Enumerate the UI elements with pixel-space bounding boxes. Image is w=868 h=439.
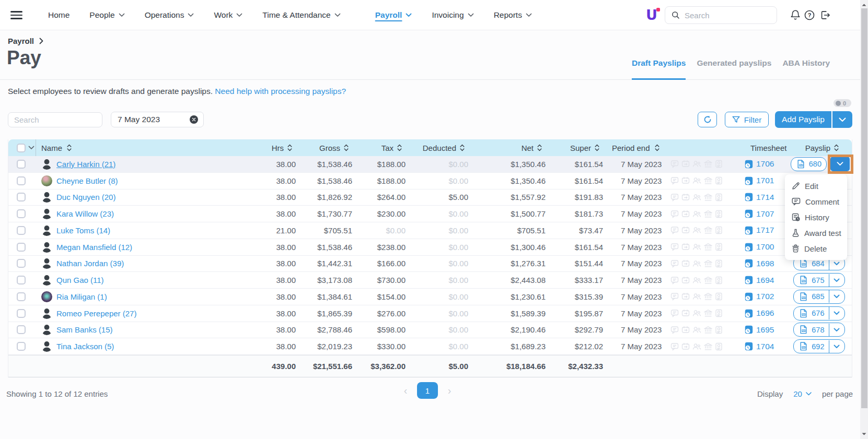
tab-generated-payslips[interactable]: Generated payslips — [697, 58, 771, 80]
shift-icon[interactable] — [681, 243, 690, 251]
shift-icon[interactable] — [681, 259, 690, 268]
menu-icon[interactable] — [10, 11, 22, 19]
comment-icon[interactable] — [670, 259, 679, 268]
employee-name-link[interactable]: Romeo Perepeper (27) — [56, 309, 136, 318]
comment-icon[interactable] — [670, 210, 679, 218]
row-checkbox[interactable] — [17, 176, 26, 185]
bank-icon[interactable] — [704, 292, 712, 301]
people-icon[interactable] — [692, 259, 701, 268]
people-icon[interactable] — [692, 243, 701, 251]
shift-icon[interactable] — [681, 176, 690, 185]
vertical-scrollbar[interactable] — [860, 0, 868, 439]
people-icon[interactable] — [692, 210, 701, 218]
timesheet-link[interactable]: 1717 — [756, 226, 774, 235]
people-icon[interactable] — [692, 160, 701, 168]
employee-name-link[interactable]: Duc Nguyen (20) — [56, 193, 115, 201]
column-header-deducted[interactable]: Deducted — [406, 144, 468, 152]
timesheet-link[interactable]: 1698 — [756, 259, 774, 268]
timesheet-link[interactable]: 1701 — [756, 176, 774, 185]
employee-name-link[interactable]: Qun Gao (11) — [56, 276, 104, 284]
invoice-icon[interactable] — [715, 292, 723, 301]
bank-icon[interactable] — [704, 259, 712, 268]
payslip-actions-toggle[interactable] — [834, 294, 840, 299]
table-search-input[interactable]: Search — [8, 112, 102, 127]
add-payslip-dropdown-button[interactable] — [832, 111, 852, 128]
bank-icon[interactable] — [704, 193, 712, 201]
timesheet-link[interactable]: 1694 — [756, 276, 774, 285]
comment-icon[interactable] — [670, 309, 679, 317]
column-header-super[interactable]: Super — [546, 144, 603, 152]
sort-icon[interactable] — [343, 144, 349, 152]
bank-icon[interactable] — [704, 243, 712, 251]
timesheet-link[interactable]: 1700 — [756, 242, 774, 252]
shift-icon[interactable] — [681, 292, 690, 301]
bank-icon[interactable] — [704, 176, 712, 185]
brand-logo[interactable]: U — [646, 7, 659, 23]
sort-icon[interactable] — [537, 144, 542, 152]
column-header-period[interactable]: Period end — [603, 144, 666, 152]
scrollbar-thumb[interactable] — [861, 8, 867, 408]
payslip-actions-toggle[interactable] — [834, 262, 840, 266]
payslip-button[interactable]: PDF692 — [793, 339, 845, 353]
people-icon[interactable] — [692, 292, 701, 301]
filter-button[interactable]: Filter — [725, 112, 769, 127]
shift-icon[interactable] — [681, 226, 690, 234]
employee-name-link[interactable]: Tina Jackson (5) — [56, 342, 114, 351]
timesheet-link[interactable]: 1707 — [756, 209, 774, 219]
page-1-button[interactable]: 1 — [417, 382, 438, 399]
payslip-button[interactable]: PDF685 — [793, 290, 845, 304]
logout-icon[interactable] — [819, 9, 831, 21]
nav-item-invoicing[interactable]: Invoicing — [432, 10, 473, 20]
employee-name-link[interactable]: Kara Willow (23) — [56, 209, 114, 218]
menu-item-history[interactable]: History — [785, 209, 847, 225]
shift-icon[interactable] — [681, 326, 690, 334]
payslip-button[interactable]: PDF675 — [793, 273, 845, 287]
timesheet-link[interactable]: 1704 — [756, 342, 774, 351]
row-checkbox[interactable] — [17, 292, 26, 301]
bank-icon[interactable] — [704, 226, 712, 234]
row-checkbox[interactable] — [17, 259, 26, 268]
payslip-actions-toggle[interactable] — [834, 345, 840, 349]
bank-icon[interactable] — [704, 309, 712, 317]
row-checkbox[interactable] — [17, 342, 26, 351]
date-filter-input[interactable]: 7 May 2023 — [111, 112, 204, 127]
row-checkbox[interactable] — [17, 193, 26, 201]
people-icon[interactable] — [692, 176, 701, 185]
invoice-icon[interactable] — [715, 160, 723, 168]
invoice-icon[interactable] — [715, 342, 723, 351]
employee-name-link[interactable]: Sam Banks (15) — [56, 325, 113, 334]
column-header-name[interactable]: Name — [36, 144, 253, 152]
row-checkbox[interactable] — [17, 276, 26, 284]
bank-icon[interactable] — [704, 326, 712, 334]
breadcrumb-payroll[interactable]: Payroll — [8, 37, 34, 45]
people-icon[interactable] — [692, 226, 701, 234]
row-checkbox[interactable] — [17, 160, 26, 169]
comment-icon[interactable] — [670, 160, 679, 168]
shift-icon[interactable] — [681, 193, 690, 201]
tab-aba-history[interactable]: ABA History — [782, 58, 830, 80]
sort-icon[interactable] — [459, 144, 465, 152]
timesheet-link[interactable]: 1702 — [756, 292, 774, 301]
menu-item-award-test[interactable]: Award test — [785, 225, 847, 241]
row-checkbox[interactable] — [17, 309, 26, 318]
employee-name-link[interactable]: Cheyne Butler (8) — [56, 176, 118, 185]
comment-icon[interactable] — [670, 292, 679, 301]
shift-icon[interactable] — [681, 309, 690, 317]
comment-icon[interactable] — [670, 226, 679, 234]
bank-icon[interactable] — [704, 210, 712, 218]
row-checkbox[interactable] — [17, 226, 26, 235]
scroll-down-icon[interactable] — [862, 432, 866, 436]
nav-item-reports[interactable]: Reports — [494, 10, 532, 20]
comment-icon[interactable] — [670, 176, 679, 185]
help-link[interactable]: Need help with processing payslips? — [215, 87, 346, 96]
employee-name-link[interactable]: Ria Miligan (1) — [56, 292, 107, 301]
column-header-hrs[interactable]: Hrs — [253, 144, 296, 152]
scroll-up-icon[interactable] — [862, 3, 866, 7]
sort-icon[interactable] — [287, 144, 293, 152]
nav-item-work[interactable]: Work — [214, 10, 242, 20]
row-checkbox[interactable] — [17, 325, 26, 334]
payslip-button[interactable]: PDF680 — [791, 157, 827, 171]
invoice-icon[interactable] — [715, 226, 723, 234]
nav-item-people[interactable]: People — [89, 10, 124, 20]
people-icon[interactable] — [692, 342, 701, 351]
